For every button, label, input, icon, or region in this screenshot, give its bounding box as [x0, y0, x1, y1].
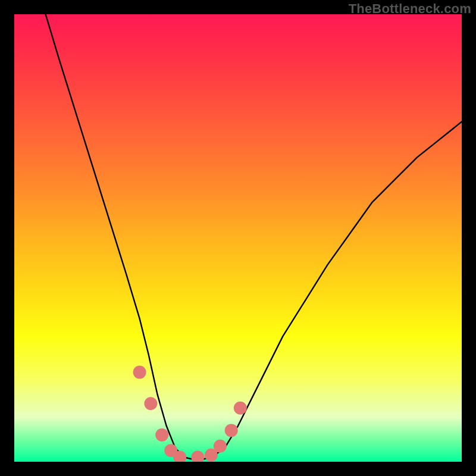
highlight-marker — [214, 440, 227, 453]
highlight-marker — [155, 428, 168, 441]
curve-layer — [46, 14, 462, 459]
highlight-marker — [133, 366, 146, 379]
chart-svg — [14, 14, 462, 462]
chart-frame: TheBottleneck.com — [0, 0, 476, 476]
bottleneck-curve — [46, 14, 462, 459]
highlight-marker — [234, 402, 247, 415]
plot-area — [14, 14, 462, 462]
highlight-marker — [191, 451, 204, 462]
highlight-marker — [225, 424, 238, 437]
marker-layer — [133, 366, 247, 462]
watermark-text: TheBottleneck.com — [349, 1, 471, 17]
highlight-marker — [144, 397, 157, 410]
